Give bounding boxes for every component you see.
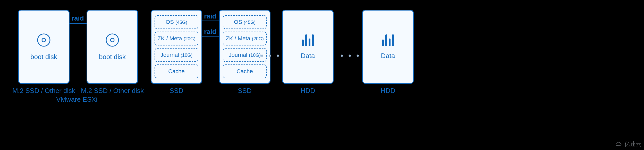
partition-journal: Journal (10G) (223, 48, 267, 62)
ssd-right-partitions: OS (45G) ZK / Meta (20G) Journal (10G) C… (220, 12, 270, 81)
svg-point-0 (38, 34, 50, 46)
svg-point-1 (42, 38, 46, 42)
partition-zk-meta: ZK / Meta (20G) (155, 32, 198, 45)
boot-left-caption: M.2 SSD / Other disk (10, 87, 77, 95)
ellipsis-ssd: • • • (261, 51, 281, 60)
hdd-right-caption: HDD (354, 87, 421, 95)
raid-connector-os (202, 21, 219, 21)
hdd-right: Data (362, 10, 414, 84)
hdd-left: Data (282, 10, 334, 84)
boot-right-caption: M.2 SSD / Other disk (79, 87, 146, 95)
ssd-right: OS (45G) ZK / Meta (20G) Journal (10G) C… (219, 10, 270, 84)
watermark: 亿速云 (615, 140, 641, 148)
disc-icon (105, 33, 120, 47)
boot-disk-right: boot disk (87, 10, 138, 84)
cloud-icon (615, 142, 622, 147)
vmware-caption: VMware ESXi (56, 96, 97, 104)
raid-connector-boot (70, 23, 87, 24)
boot-disk-left: boot disk (18, 10, 70, 84)
ssd-right-caption: SSD (211, 87, 278, 95)
raid-label-zk: raid (204, 28, 216, 36)
raid-label-boot: raid (72, 14, 84, 22)
watermark-text: 亿速云 (624, 140, 641, 148)
bars-icon (302, 34, 314, 46)
partition-os: OS (45G) (223, 15, 267, 29)
partition-zk-meta: ZK / Meta (20G) (223, 32, 267, 45)
boot-disk-label: boot disk (30, 53, 57, 61)
svg-point-3 (111, 38, 114, 42)
partition-cache: Cache (223, 64, 267, 78)
diagram-stage: boot disk M.2 SSD / Other disk boot disk… (0, 0, 644, 150)
partition-os: OS (45G) (155, 15, 198, 29)
hdd-label: Data (381, 52, 395, 60)
ssd-left: OS (45G) ZK / Meta (20G) Journal (10G) C… (151, 10, 202, 84)
partition-cache: Cache (155, 64, 198, 78)
disc-icon (37, 33, 51, 47)
raid-label-os: raid (204, 12, 216, 20)
hdd-left-caption: HDD (274, 87, 341, 95)
bars-icon (382, 34, 394, 46)
ellipsis-hdd: • • • (341, 51, 361, 60)
raid-connector-zk (202, 36, 219, 37)
boot-disk-label: boot disk (99, 53, 126, 61)
ssd-left-caption: SSD (143, 87, 210, 95)
partition-journal: Journal (10G) (155, 48, 198, 62)
hdd-label: Data (301, 52, 315, 60)
svg-point-2 (106, 34, 118, 46)
ssd-left-partitions: OS (45G) ZK / Meta (20G) Journal (10G) C… (151, 12, 201, 81)
